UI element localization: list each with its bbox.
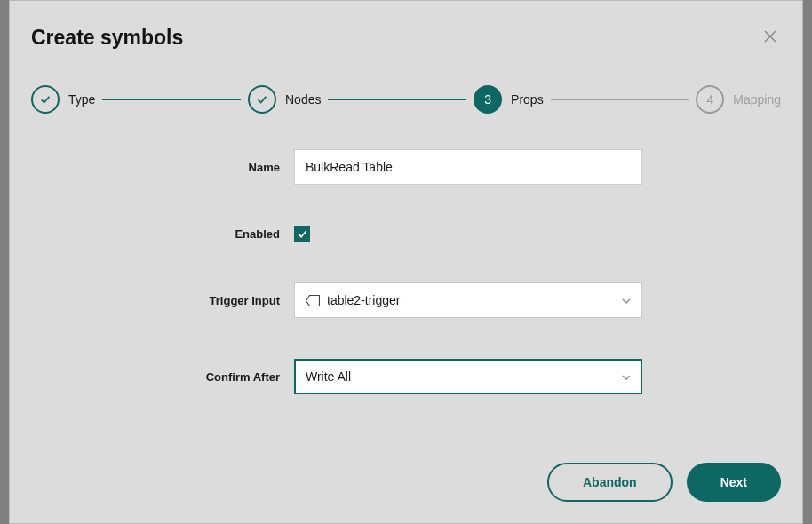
confirm-value: Write All [306, 369, 351, 384]
modal-header: Create symbols [10, 1, 802, 50]
trigger-select[interactable]: table2-trigger [294, 282, 642, 318]
chevron-down-icon [622, 371, 631, 382]
enabled-row: Enabled [10, 226, 802, 242]
close-button[interactable] [760, 26, 781, 47]
step-number: 4 [696, 85, 724, 114]
select-value-wrap: table2-trigger [306, 293, 401, 307]
step-label: Nodes [285, 92, 321, 107]
enabled-checkbox[interactable] [294, 226, 310, 242]
checkmark-icon [31, 85, 60, 114]
abandon-button[interactable]: Abandon [547, 463, 673, 502]
step-label: Props [511, 92, 544, 107]
next-button[interactable]: Next [687, 463, 781, 502]
checkmark-icon [248, 85, 276, 114]
step-connector [328, 99, 466, 100]
create-symbols-modal: Create symbols Type Nodes 3 Props [9, 0, 803, 524]
step-label: Mapping [733, 92, 781, 107]
enabled-label: Enabled [10, 227, 294, 241]
chevron-down-icon [622, 295, 631, 306]
name-label: Name [10, 161, 294, 174]
step-connector [551, 99, 689, 100]
modal-footer: Abandon Next [10, 441, 802, 523]
trigger-row: Trigger Input table2-trigger [10, 282, 802, 318]
name-row: Name [10, 149, 802, 185]
confirm-row: Confirm After Write All [10, 359, 802, 394]
trigger-label: Trigger Input [10, 294, 294, 307]
select-value-wrap: Write All [306, 369, 351, 384]
step-number: 3 [474, 85, 502, 114]
step-type[interactable]: Type [31, 85, 95, 114]
close-icon [764, 30, 776, 43]
modal-title: Create symbols [31, 26, 183, 50]
checkmark-icon [297, 228, 308, 240]
name-input[interactable] [294, 149, 642, 185]
confirm-label: Confirm After [10, 370, 294, 384]
tag-icon [306, 295, 320, 306]
form-area: Name Enabled Trigger Input table2-trigge… [10, 114, 802, 441]
confirm-select[interactable]: Write All [294, 359, 642, 394]
stepper: Type Nodes 3 Props 4 Mapping [10, 50, 802, 114]
step-props[interactable]: 3 Props [474, 85, 544, 114]
step-mapping[interactable]: 4 Mapping [696, 85, 781, 114]
step-connector [102, 99, 241, 100]
trigger-value: table2-trigger [327, 293, 401, 307]
step-label: Type [68, 92, 95, 107]
step-nodes[interactable]: Nodes [248, 85, 321, 114]
